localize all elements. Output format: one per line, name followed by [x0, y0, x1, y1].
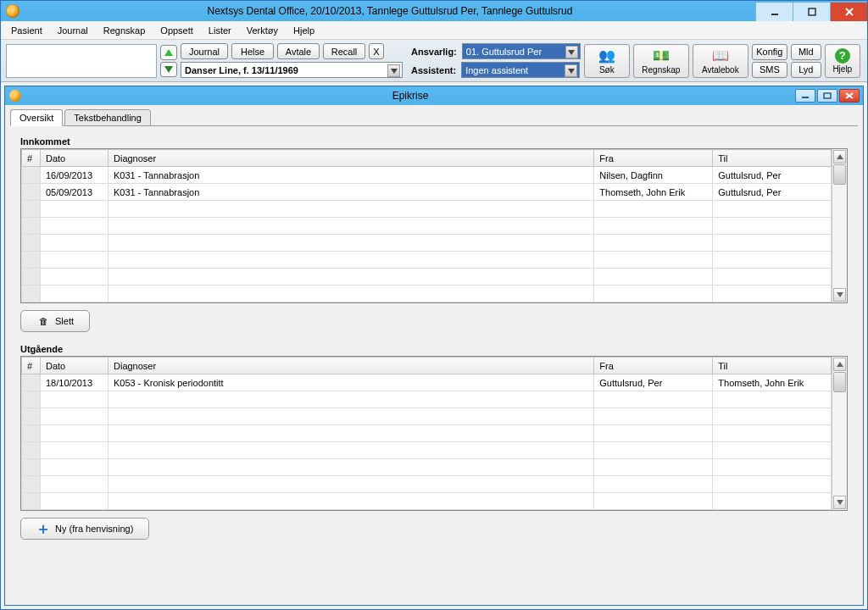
regnskap-button[interactable]: 💵 Regnskap — [633, 44, 689, 78]
svg-marker-8 — [568, 69, 575, 74]
sms-button[interactable]: SMS — [752, 62, 787, 78]
cell-diagnoser: K031 - Tannabrasjon — [108, 167, 594, 184]
recall-button[interactable]: Recall — [323, 43, 365, 59]
innkommet-scrollbar[interactable] — [832, 149, 847, 302]
assistent-label: Assistent: — [409, 65, 458, 75]
row-num — [22, 184, 41, 201]
ansvarlig-label: Ansvarlig: — [409, 47, 459, 57]
tab-oversikt[interactable]: Oversikt — [10, 109, 63, 126]
close-button[interactable] — [830, 3, 867, 21]
menubar: Pasient Journal Regnskap Oppsett Lister … — [1, 21, 867, 40]
cell-dato: 05/09/2013 — [41, 184, 108, 201]
cell-dato: 18/10/2013 — [41, 374, 108, 391]
scroll-thumb[interactable] — [833, 164, 846, 185]
table-row-empty: ..... — [22, 425, 832, 442]
assistent-combo[interactable]: Ingen assistent — [461, 62, 580, 78]
menu-regnskap[interactable]: Regnskap — [97, 24, 153, 37]
col-num[interactable]: # — [22, 150, 41, 167]
cell-fra: Nilsen, Dagfinn — [594, 167, 713, 184]
menu-lister[interactable]: Lister — [202, 24, 238, 37]
book-icon: 📖 — [712, 47, 729, 64]
konfig-button[interactable]: Konfig — [752, 44, 787, 60]
table-row-empty: ..... — [22, 235, 832, 252]
window-titlebar: Nextsys Dental Office, 20/10/2013, Tannl… — [1, 1, 867, 21]
scroll-thumb[interactable] — [833, 372, 846, 392]
subwin-minimize-button[interactable] — [795, 89, 815, 103]
col-diagnoser[interactable]: Diagnoser — [108, 150, 594, 167]
avtalebok-button[interactable]: 📖 Avtalebok — [693, 44, 748, 78]
journal-button[interactable]: Journal — [181, 43, 228, 59]
chevron-down-icon — [565, 64, 577, 77]
col-dato[interactable]: Dato — [41, 358, 108, 374]
subwindow-title: Epikrise — [25, 90, 795, 102]
svg-marker-4 — [164, 49, 173, 56]
table-row-empty: ..... — [22, 391, 832, 408]
assistent-combo-label: Ingen assistent — [465, 65, 528, 75]
trash-icon: 🗑 — [36, 314, 50, 328]
table-row-empty: ..... — [22, 476, 832, 493]
svg-marker-15 — [837, 362, 843, 367]
minimize-button[interactable] — [755, 3, 793, 21]
col-til[interactable]: Til — [713, 150, 832, 167]
scroll-up-icon[interactable] — [833, 358, 846, 371]
helse-button[interactable]: Helse — [231, 43, 274, 59]
table-row[interactable]: 18/10/2013K053 - Kronisk periodontittGut… — [22, 374, 832, 391]
table-row-empty: ..... — [22, 442, 832, 459]
svg-marker-13 — [837, 154, 843, 159]
patient-combo[interactable]: Danser Line, f. 13/11/1969 — [181, 62, 403, 78]
new-from-referral-button[interactable]: ＋ Ny (fra henvisning) — [20, 518, 149, 540]
menu-pasient[interactable]: Pasient — [4, 24, 49, 37]
avtale-button[interactable]: Avtale — [277, 43, 320, 59]
ansvarlig-combo[interactable]: 01. Guttulsrud Per — [462, 43, 581, 59]
help-button[interactable]: ? Hjelp — [825, 44, 860, 78]
regnskap-button-label: Regnskap — [642, 65, 680, 75]
patient-combo-label: Danser Line, f. 13/11/1969 — [185, 65, 298, 75]
subwin-maximize-button[interactable] — [817, 89, 837, 103]
svg-marker-7 — [568, 50, 575, 55]
window-title: Nextsys Dental Office, 20/10/2013, Tannl… — [25, 5, 755, 17]
scroll-down-icon[interactable] — [833, 496, 846, 509]
scroll-up-icon[interactable] — [833, 150, 846, 164]
search-button[interactable]: 👥 Søk — [584, 44, 630, 78]
delete-button[interactable]: 🗑 Slett — [20, 310, 90, 332]
menu-hjelp[interactable]: Hjelp — [287, 24, 321, 37]
cell-dato: 16/09/2013 — [41, 167, 108, 184]
mld-button[interactable]: Mld — [791, 44, 821, 60]
maximize-button[interactable] — [793, 3, 830, 21]
x-button[interactable]: X — [369, 43, 384, 59]
menu-journal[interactable]: Journal — [51, 24, 95, 37]
ansvarlig-combo-label: 01. Guttulsrud Per — [466, 47, 542, 57]
cell-til: Thomseth, John Erik — [713, 374, 832, 391]
arrow-down-button[interactable] — [160, 62, 177, 77]
table-row[interactable]: 16/09/2013K031 - TannabrasjonNilsen, Dag… — [22, 167, 832, 184]
search-people-icon: 👥 — [598, 47, 615, 64]
col-fra[interactable]: Fra — [594, 358, 713, 374]
help-button-label: Hjelp — [832, 64, 852, 74]
tab-tekstbehandling[interactable]: Tekstbehandling — [64, 109, 151, 126]
new-button-label: Ny (fra henvisning) — [55, 524, 133, 534]
col-til[interactable]: Til — [713, 358, 832, 374]
table-row[interactable]: 05/09/2013K031 - TannabrasjonThomseth, J… — [22, 184, 832, 201]
col-fra[interactable]: Fra — [594, 150, 713, 167]
menu-verktoy[interactable]: Verktøy — [240, 24, 285, 37]
col-diagnoser[interactable]: Diagnoser — [108, 358, 594, 374]
svg-rect-10 — [824, 93, 831, 98]
avtalebok-button-label: Avtalebok — [702, 65, 739, 75]
lyd-button[interactable]: Lyd — [791, 62, 821, 78]
table-row-empty: ..... — [22, 408, 832, 425]
tabbar: Oversikt Tekstbehandling — [5, 105, 863, 125]
row-num — [22, 374, 41, 391]
table-row-empty: ..... — [22, 286, 832, 302]
utgaaende-scrollbar[interactable] — [832, 357, 847, 510]
col-dato[interactable]: Dato — [41, 150, 108, 167]
search-button-label: Søk — [599, 65, 615, 75]
note-input[interactable] — [6, 44, 157, 78]
menu-oppsett[interactable]: Oppsett — [153, 24, 200, 37]
cell-diagnoser: K031 - Tannabrasjon — [108, 184, 594, 201]
col-num[interactable]: # — [22, 358, 41, 374]
arrow-up-button[interactable] — [160, 45, 177, 60]
table-row-empty: ..... — [22, 269, 832, 286]
subwin-close-button[interactable] — [839, 89, 860, 103]
scroll-down-icon[interactable] — [833, 288, 846, 302]
table-row-empty: ..... — [22, 252, 832, 269]
